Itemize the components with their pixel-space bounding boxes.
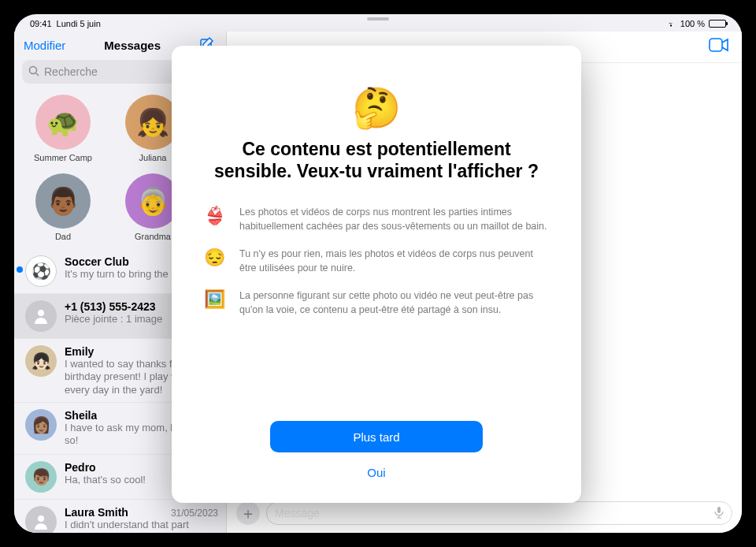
status-time: 09:41 — [30, 19, 52, 28]
avatar: 👦🏽 — [25, 461, 57, 493]
svg-point-2 — [38, 310, 44, 316]
modal-title: Ce contenu est potentiellement sensible.… — [203, 139, 550, 182]
modal-bullet: 👙 Les photos et vidéos de corps nus mont… — [203, 206, 550, 233]
conversation-title: Emily — [65, 345, 94, 358]
pinned-name: Dad — [28, 232, 98, 241]
svg-rect-5 — [717, 507, 721, 513]
status-date: Lundi 5 juin — [57, 19, 101, 28]
avatar: 🐢 — [35, 95, 91, 150]
unread-dot — [17, 266, 23, 273]
svg-rect-4 — [710, 39, 722, 51]
avatar: 👨🏾 — [35, 173, 91, 229]
bullet-icon: 😔 — [203, 247, 225, 268]
conversation-title: Sheila — [65, 409, 97, 422]
avatar: 👩🏽 — [25, 409, 57, 441]
search-icon — [28, 65, 39, 79]
conversation-title: Soccer Club — [65, 255, 129, 268]
dictate-icon[interactable] — [714, 506, 724, 521]
search-placeholder: Recherche — [44, 65, 98, 78]
svg-point-3 — [38, 515, 44, 522]
thinking-emoji-icon: 🤔 — [203, 85, 550, 131]
conversation-title: +1 (513) 555-2423 — [65, 300, 156, 313]
yes-button[interactable]: Oui — [270, 460, 483, 484]
bullet-text: Les photos et vidéos de corps nus montre… — [239, 206, 550, 233]
avatar — [25, 506, 57, 534]
avatar: 👧🏻 — [25, 345, 57, 377]
attach-button[interactable]: ＋ — [236, 501, 260, 525]
edit-button[interactable]: Modifier — [24, 39, 65, 52]
later-button[interactable]: Plus tard — [270, 421, 483, 452]
pinned-contact[interactable]: 🐢 Summer Camp — [28, 95, 98, 162]
bullet-icon: 👙 — [203, 206, 225, 226]
pinned-name: Summer Camp — [28, 153, 98, 162]
status-bar: 09:41 Lundi 5 juin 100 % — [14, 14, 742, 30]
conversation-date: 31/05/2023 — [171, 508, 218, 519]
svg-point-1 — [30, 66, 37, 73]
avatar — [25, 300, 57, 332]
avatar: ⚽ — [25, 255, 57, 287]
video-call-icon[interactable] — [709, 38, 729, 55]
bullet-icon: 🖼️ — [203, 289, 225, 310]
conversation-title: Laura Smith — [65, 506, 128, 519]
pinned-contact[interactable]: 👨🏾 Dad — [28, 173, 98, 241]
conversation-title: Pedro — [65, 461, 96, 474]
modal-bullet: 😔 Tu n'y es pour rien, mais les photos e… — [203, 247, 550, 275]
modal-bullet: 🖼️ La personne figurant sur cette photo … — [203, 289, 550, 317]
battery-pct: 100 % — [680, 19, 705, 28]
conversation-preview: I didn't understand that part either. — [65, 519, 218, 534]
message-placeholder: Message — [275, 507, 320, 519]
conversation-row[interactable]: Laura Smith 31/05/2023 I didn't understa… — [14, 500, 226, 534]
wifi-icon — [665, 19, 676, 28]
bullet-text: Tu n'y es pour rien, mais les photos et … — [239, 247, 550, 275]
bullet-text: La personne figurant sur cette photo ou … — [239, 289, 550, 317]
message-input[interactable]: Message — [266, 501, 732, 525]
battery-icon — [709, 20, 726, 28]
sensitive-content-modal: 🤔 Ce contenu est potentiellement sensibl… — [172, 46, 581, 503]
